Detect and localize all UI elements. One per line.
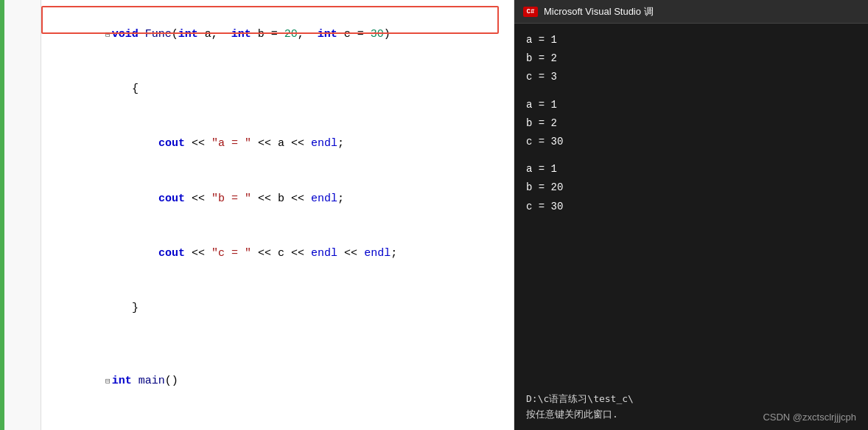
- code-line-6: }: [52, 281, 506, 336]
- console-output-line-7: a = 1: [526, 160, 856, 178]
- console-output-line-9: c = 30: [526, 198, 856, 216]
- console-output: a = 1 b = 2 c = 3 a = 1 b = 2 c = 30 a =…: [514, 24, 868, 387]
- code-line-2: {: [52, 62, 506, 117]
- func-name: Func: [145, 28, 172, 41]
- console-output-line-6: c = 30: [526, 133, 856, 151]
- console-footer: D:\c语言练习\test_c\ 按任意键关闭此窗口.: [514, 387, 868, 430]
- code-line-8: ⊟int main(): [52, 354, 506, 409]
- console-blank-2: [526, 151, 856, 160]
- code-line-1: ⊟void Func(int a, int b = 20, int c = 30…: [52, 7, 506, 62]
- collapse-icon-2[interactable]: ⊟: [105, 377, 111, 386]
- console-output-line-8: b = 20: [526, 178, 856, 197]
- console-output-line-3: c = 3: [526, 68, 856, 86]
- main-container: ⊟void Func(int a, int b = 20, int c = 30…: [0, 0, 868, 430]
- console-app-icon: C#: [523, 7, 538, 17]
- console-output-line-2: b = 2: [526, 49, 856, 68]
- main-name: main: [139, 375, 165, 387]
- console-blank-1: [526, 87, 856, 96]
- console-output-line-1: a = 1: [526, 31, 856, 49]
- console-footer-path: D:\c语言练习\test_c\: [526, 392, 856, 407]
- code-line-7: [52, 336, 506, 355]
- code-area[interactable]: ⊟void Func(int a, int b = 20, int c = 30…: [41, 0, 514, 430]
- void-keyword: void: [112, 28, 139, 41]
- console-panel: C# Microsoft Visual Studio 调 a = 1 b = 2…: [514, 0, 868, 430]
- console-output-line-5: b = 2: [526, 114, 856, 133]
- int-keyword: int: [112, 375, 132, 387]
- code-line-5: cout << "c = " << c << endl << endl;: [52, 226, 506, 281]
- csdn-watermark-text: CSDN @zxctsclrjjjcph: [763, 412, 856, 423]
- editor-panel: ⊟void Func(int a, int b = 20, int c = 30…: [0, 0, 514, 430]
- collapse-icon-1[interactable]: ⊟: [105, 30, 111, 39]
- line-numbers-area: [4, 0, 41, 430]
- console-title: Microsoft Visual Studio 调: [544, 5, 654, 18]
- console-blank-3: [526, 216, 856, 225]
- csdn-watermark: CSDN @zxctsclrjjjcph: [763, 412, 856, 423]
- console-titlebar: C# Microsoft Visual Studio 调: [514, 0, 868, 24]
- code-line-3: cout << "a = " << a << endl;: [52, 117, 506, 172]
- console-output-line-4: a = 1: [526, 96, 856, 114]
- code-line-9: {: [52, 409, 506, 431]
- code-line-4: cout << "b = " << b << endl;: [52, 172, 506, 226]
